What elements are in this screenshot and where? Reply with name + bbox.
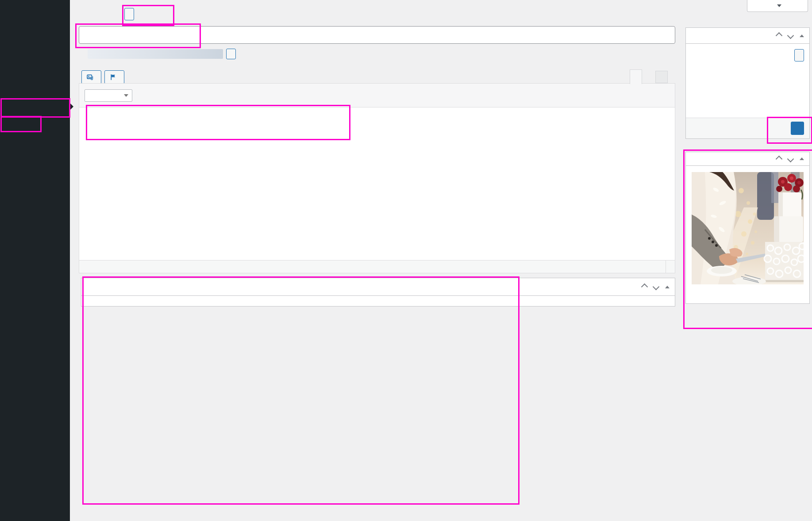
add-font-awesome-button[interactable] [104,70,124,84]
move-down-icon[interactable] [653,283,660,291]
publish-body [686,44,809,118]
publish-box [685,27,810,139]
annotation-services-meta [82,276,520,505]
featured-image-body [686,166,809,303]
editor-statusbar [79,260,675,273]
tab-visual[interactable] [630,69,642,84]
flag-icon [109,73,117,81]
publish-header [686,28,809,44]
add-media-button[interactable] [81,70,101,84]
preview-changes-button[interactable] [794,49,804,61]
tab-text[interactable] [655,71,668,83]
publish-footer [686,118,809,138]
post-title-input[interactable] [79,26,675,44]
permalink-url-redacted [88,49,223,59]
add-new-post-button[interactable] [124,8,134,20]
format-dropdown[interactable] [85,89,132,102]
services-submenu [0,9,70,15]
autosave-status [666,260,675,273]
screen-options-button[interactable] [747,0,808,12]
toggle-panel-icon[interactable] [665,286,670,288]
chevron-down-icon [777,4,781,7]
move-up-icon[interactable] [776,155,783,162]
toggle-panel-icon[interactable] [800,34,804,37]
editor-toolbar [79,84,675,107]
move-up-icon[interactable] [641,283,648,291]
change-permalink-button[interactable] [226,49,236,59]
media-add-icon [86,73,94,81]
featured-image-box [685,152,810,304]
admin-sidebar [0,0,70,521]
editor [79,83,675,273]
editor-content[interactable] [79,107,675,260]
chevron-down-icon [124,94,128,97]
move-down-icon[interactable] [787,32,794,39]
media-buttons-row [81,70,124,84]
featured-image-photo[interactable] [692,172,804,284]
move-up-icon[interactable] [776,32,783,39]
permalink-row [84,49,236,59]
move-down-icon[interactable] [787,155,794,162]
featured-image-header [686,152,809,166]
word-count [79,260,85,273]
active-menu-arrow [70,103,77,110]
update-button[interactable] [791,122,804,135]
toggle-panel-icon[interactable] [800,157,804,160]
services-meta-box [81,278,675,306]
services-meta-header [81,278,675,296]
